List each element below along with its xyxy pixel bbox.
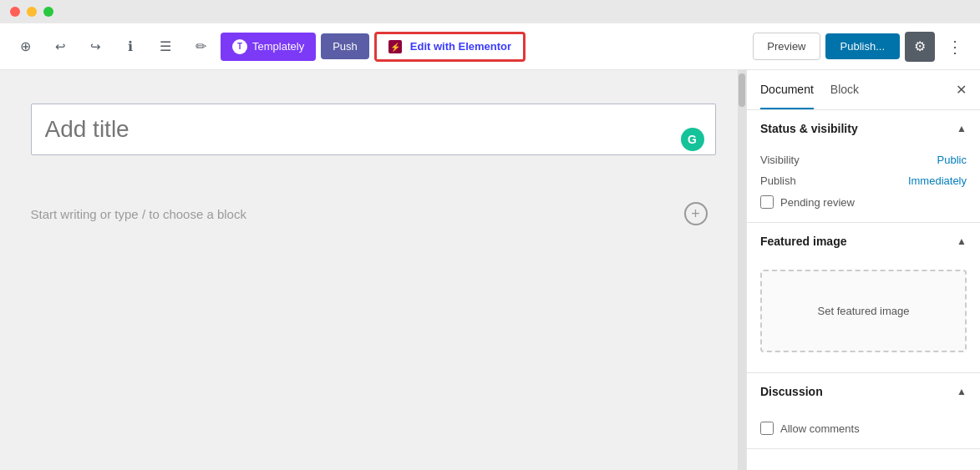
plus-icon: ⊕ <box>20 38 31 54</box>
list-view-button[interactable]: ☰ <box>150 32 180 62</box>
grammarly-icon: G <box>681 128 704 151</box>
undo-button[interactable]: ↩ <box>45 32 75 62</box>
code-editor-button[interactable]: ✏ <box>185 32 216 62</box>
pending-review-checkbox[interactable] <box>760 195 774 209</box>
editor-area: G Start writing or type / to choose a bl… <box>0 70 746 470</box>
title-wrapper: G <box>31 104 716 175</box>
section-featured-image-body: Set featured image <box>747 260 980 372</box>
minimize-traffic-light[interactable] <box>27 7 37 17</box>
publish-label-sidebar: Publish <box>760 174 796 187</box>
visibility-label: Visibility <box>760 154 800 166</box>
toolbar: ⊕ ↩ ↪ ℹ ☰ ✏ T Templately Push Edit with … <box>0 23 980 70</box>
publish-label: Publish... <box>840 40 885 53</box>
allow-comments-checkbox[interactable] <box>760 422 774 435</box>
tab-document[interactable]: Document <box>760 71 814 109</box>
publish-row: Publish Immediately <box>760 174 967 187</box>
section-featured-image-title: Featured image <box>760 235 846 248</box>
push-label: Push <box>333 40 358 53</box>
elementor-label: Edit with Elementor <box>410 40 511 53</box>
elementor-icon <box>388 40 402 53</box>
scrollbar-thumb[interactable] <box>739 73 745 107</box>
chevron-up-icon-featured: ▲ <box>957 235 967 247</box>
tab-block[interactable]: Block <box>830 71 859 109</box>
editor-content: G Start writing or type / to choose a bl… <box>31 104 716 437</box>
preview-button[interactable]: Preview <box>753 33 820 60</box>
section-status-visibility: Status & visibility ▲ Visibility Public … <box>747 110 980 223</box>
sidebar: Document Block ✕ Status & visibility ▲ V… <box>746 70 980 470</box>
templately-button[interactable]: T Templately <box>221 33 316 61</box>
redo-icon: ↪ <box>90 39 101 54</box>
add-block-inline-button[interactable]: + <box>684 202 708 225</box>
pending-review-label: Pending review <box>780 196 855 209</box>
templately-icon: T <box>232 39 247 54</box>
section-discussion-body: Allow comments <box>747 410 980 448</box>
section-discussion-header[interactable]: Discussion ▲ <box>747 373 980 410</box>
gear-icon: ⚙ <box>914 38 926 54</box>
templately-label: Templately <box>252 40 304 53</box>
section-discussion: Discussion ▲ Allow comments <box>747 373 980 449</box>
section-featured-image: Featured image ▲ Set featured image <box>747 223 980 373</box>
settings-button[interactable]: ⚙ <box>905 32 935 62</box>
title-bar <box>0 0 980 23</box>
allow-comments-row: Allow comments <box>760 422 967 435</box>
chevron-up-icon: ▲ <box>957 123 967 134</box>
section-discussion-title: Discussion <box>760 385 823 398</box>
info-icon: ℹ <box>128 38 133 54</box>
block-hint-area: Start writing or type / to choose a bloc… <box>31 195 716 232</box>
pending-review-row: Pending review <box>760 195 967 209</box>
visibility-value[interactable]: Public <box>937 154 967 166</box>
info-button[interactable]: ℹ <box>115 32 145 62</box>
section-status-visibility-title: Status & visibility <box>760 122 858 135</box>
post-title-input[interactable] <box>31 104 716 155</box>
plus-circle-icon: + <box>691 205 700 223</box>
section-featured-image-header[interactable]: Featured image ▲ <box>747 223 980 260</box>
close-traffic-light[interactable] <box>10 7 20 17</box>
editor-scrollbar[interactable] <box>738 70 746 470</box>
pen-icon: ✏ <box>195 38 206 54</box>
allow-comments-label: Allow comments <box>780 422 860 435</box>
section-status-visibility-body: Visibility Public Publish Immediately Pe… <box>747 147 980 222</box>
edit-with-elementor-button[interactable]: Edit with Elementor <box>374 32 526 62</box>
maximize-traffic-light[interactable] <box>43 7 53 17</box>
list-icon: ☰ <box>160 38 171 54</box>
publish-button[interactable]: Publish... <box>825 33 900 59</box>
main-layout: G Start writing or type / to choose a bl… <box>0 70 980 470</box>
undo-icon: ↩ <box>55 39 66 54</box>
block-hint-text: Start writing or type / to choose a bloc… <box>31 207 246 221</box>
sidebar-close-button[interactable]: ✕ <box>956 82 967 98</box>
section-status-visibility-header[interactable]: Status & visibility ▲ <box>747 110 980 147</box>
more-options-button[interactable]: ⋮ <box>940 32 970 62</box>
close-icon: ✕ <box>956 83 967 97</box>
sidebar-header: Document Block ✕ <box>747 70 980 110</box>
add-block-toolbar-button[interactable]: ⊕ <box>10 32 40 62</box>
set-featured-image-label: Set featured image <box>818 305 910 317</box>
publish-value[interactable]: Immediately <box>908 174 967 187</box>
visibility-row: Visibility Public <box>760 154 967 166</box>
push-button[interactable]: Push <box>321 33 369 59</box>
preview-label: Preview <box>767 40 805 53</box>
set-featured-image-button[interactable]: Set featured image <box>760 270 967 352</box>
chevron-up-icon-discussion: ▲ <box>957 386 967 397</box>
more-icon: ⋮ <box>947 37 963 57</box>
redo-button[interactable]: ↪ <box>80 32 110 62</box>
